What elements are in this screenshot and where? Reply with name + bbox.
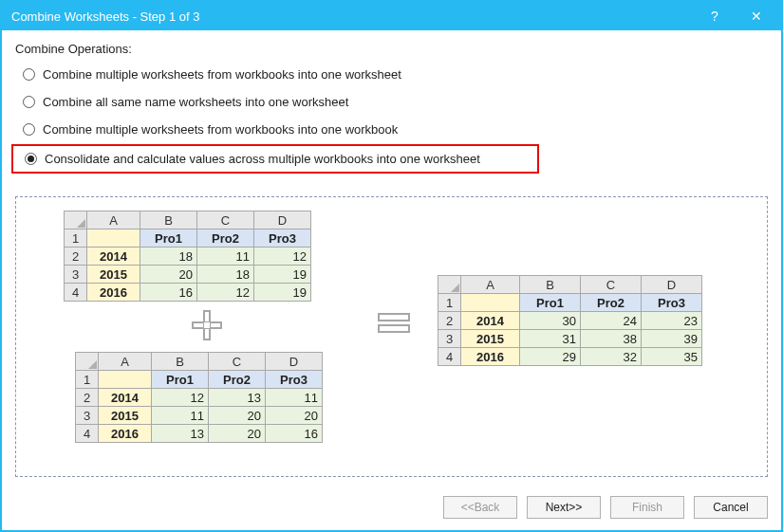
row-header: 1 (76, 371, 99, 389)
cell: 16 (266, 425, 323, 443)
col-header: A (99, 353, 152, 371)
col-header: D (254, 211, 311, 229)
cell: Pro2 (197, 229, 254, 248)
cell: 23 (642, 312, 702, 330)
cell: 2016 (461, 348, 520, 366)
cell: Pro1 (520, 294, 581, 312)
next-button[interactable]: Next>> (527, 496, 601, 519)
cell: 2016 (87, 284, 140, 302)
cell: Pro1 (152, 371, 209, 389)
radio-icon (25, 153, 37, 165)
cell (99, 371, 152, 389)
cell: Pro2 (209, 371, 266, 389)
cell: 11 (152, 407, 209, 425)
option-label: Combine multiple worksheets from workboo… (43, 122, 398, 137)
row-header: 3 (438, 330, 461, 348)
svg-rect-3 (379, 314, 409, 321)
row-header: 4 (65, 284, 87, 302)
cell: 32 (581, 348, 642, 366)
cell: 11 (197, 248, 254, 266)
option-combine-same-name[interactable]: Combine all same name worksheets into on… (23, 93, 768, 111)
row-header: 1 (438, 294, 461, 312)
option-label: Combine multiple worksheets from workboo… (43, 67, 401, 82)
cell: Pro3 (254, 229, 311, 248)
cell: 2014 (461, 312, 520, 330)
cell: 18 (197, 266, 254, 284)
select-all-corner (65, 211, 87, 229)
cell: 19 (254, 284, 311, 302)
cell: Pro2 (581, 294, 642, 312)
cell: 39 (642, 330, 702, 348)
col-header: A (461, 276, 520, 294)
finish-button[interactable]: Finish (610, 496, 684, 519)
cell: 11 (266, 389, 323, 407)
cell: 2016 (99, 425, 152, 443)
row-header: 4 (76, 425, 99, 443)
section-label: Combine Operations: (15, 42, 768, 56)
col-header: D (266, 353, 323, 371)
svg-rect-4 (379, 325, 409, 332)
cell: 24 (581, 312, 642, 330)
close-button[interactable]: ✕ (736, 2, 777, 30)
cell: 20 (140, 266, 197, 284)
cell: 12 (197, 284, 254, 302)
col-header: A (87, 211, 140, 229)
plus-icon (190, 308, 224, 342)
example-table-1: A B C D 1 Pro1 Pro2 Pro3 2 2014 18 11 12… (64, 211, 311, 302)
help-button[interactable]: ? (694, 2, 736, 30)
row-header: 1 (65, 229, 87, 248)
col-header: B (152, 353, 209, 371)
cell: Pro1 (140, 229, 197, 248)
cell (87, 229, 140, 248)
option-consolidate-calculate[interactable]: Consolidate and calculate values across … (25, 150, 537, 168)
dialog-footer: <<Back Next>> Finish Cancel (2, 486, 781, 530)
cell: 13 (152, 425, 209, 443)
equals-icon (375, 303, 413, 341)
dialog-content: Combine Operations: Combine multiple wor… (2, 30, 781, 477)
select-all-corner (438, 276, 461, 294)
row-header: 3 (65, 266, 87, 284)
col-header: C (197, 211, 254, 229)
radio-icon (23, 123, 35, 136)
combine-operations-group: Combine multiple worksheets from workboo… (15, 65, 768, 187)
col-header: C (581, 276, 642, 294)
cell: 13 (209, 389, 266, 407)
cancel-button[interactable]: Cancel (694, 496, 768, 519)
radio-icon (23, 96, 35, 108)
cell (461, 294, 520, 312)
cell: 18 (140, 248, 197, 266)
row-header: 2 (76, 389, 99, 407)
row-header: 2 (438, 312, 461, 330)
select-all-corner (76, 353, 99, 371)
cell: 2015 (99, 407, 152, 425)
cell: 2014 (87, 248, 140, 266)
col-header: C (209, 353, 266, 371)
cell: 20 (209, 425, 266, 443)
cell: 2015 (87, 266, 140, 284)
row-header: 3 (76, 407, 99, 425)
highlight-box: Consolidate and calculate values across … (11, 144, 539, 174)
cell: 30 (520, 312, 581, 330)
cell: 35 (642, 348, 702, 366)
option-label: Consolidate and calculate values across … (45, 152, 480, 166)
cell: Pro3 (266, 371, 323, 389)
cell: Pro3 (642, 294, 702, 312)
option-label: Combine all same name worksheets into on… (43, 95, 348, 109)
cell: 2015 (461, 330, 520, 348)
cell: 31 (520, 330, 581, 348)
option-combine-into-workbook[interactable]: Combine multiple worksheets from workboo… (23, 120, 768, 138)
result-table: A B C D 1 Pro1 Pro2 Pro3 2 2014 30 24 23… (438, 275, 702, 366)
example-table-2: A B C D 1 Pro1 Pro2 Pro3 2 2014 12 13 11… (75, 352, 323, 443)
row-header: 4 (438, 348, 461, 366)
window-title: Combine Worksheets - Step 1 of 3 (11, 9, 694, 24)
preview-panel: A B C D 1 Pro1 Pro2 Pro3 2 2014 18 11 12… (15, 196, 768, 477)
cell: 2014 (99, 389, 152, 407)
back-button[interactable]: <<Back (443, 496, 517, 519)
radio-icon (23, 68, 35, 81)
cell: 20 (266, 407, 323, 425)
option-combine-into-worksheet[interactable]: Combine multiple worksheets from workboo… (23, 65, 768, 83)
col-header: B (520, 276, 581, 294)
col-header: B (140, 211, 197, 229)
cell: 16 (140, 284, 197, 302)
svg-rect-2 (204, 322, 210, 328)
